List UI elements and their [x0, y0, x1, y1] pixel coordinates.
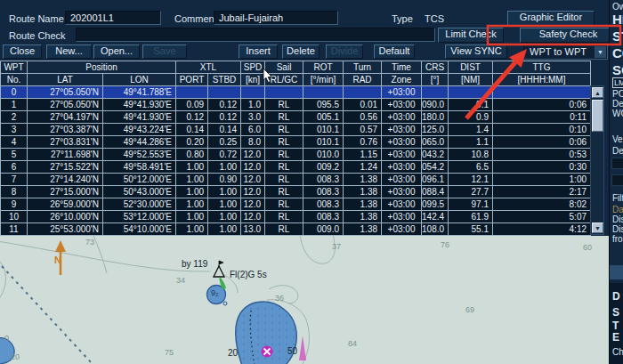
wpt-cell[interactable]: 3: [1, 124, 28, 136]
wpt-cell[interactable]: 13.0: [241, 223, 265, 236]
wpt-cell[interactable]: 096.1: [422, 174, 449, 186]
wpt-cell[interactable]: RL: [265, 223, 303, 236]
view-sync-button[interactable]: View SYNC: [445, 44, 507, 59]
wpt-cell[interactable]: 0: [1, 86, 28, 99]
table-row[interactable]: 227°04.197'N49°41.930'E0.120.123.0RL005.…: [1, 111, 591, 124]
wpt-cell[interactable]: 2: [1, 111, 28, 124]
wpt-cell[interactable]: 6: [1, 161, 28, 174]
wpt-cell[interactable]: RL: [265, 161, 303, 174]
wpt-cell[interactable]: 180.0: [422, 111, 449, 124]
wpt-cell[interactable]: [344, 86, 382, 99]
wpt-cell[interactable]: RL: [265, 211, 303, 223]
wpt-cell[interactable]: RL: [265, 124, 303, 136]
wpt-cell[interactable]: 010.1: [303, 124, 344, 136]
wpt-cell[interactable]: 142.4: [422, 211, 449, 223]
wpt-cell[interactable]: 53°12.000'E: [103, 211, 176, 223]
wpt-cell[interactable]: +03:00: [382, 198, 422, 211]
wpt-cell[interactable]: 12.0: [241, 211, 265, 223]
table-row[interactable]: 327°03.387'N49°43.224'E0.140.146.0RL010.…: [1, 124, 591, 136]
wpt-cell[interactable]: 005.1: [303, 111, 344, 124]
wpt-cell[interactable]: 009.0: [303, 223, 344, 236]
wpt-cell[interactable]: 97.1: [449, 198, 493, 211]
wpt-cell[interactable]: 52°30.000'E: [103, 198, 176, 211]
comment-input[interactable]: Jubail-Fujairah: [214, 11, 338, 25]
wpt-cell[interactable]: 1.15: [344, 149, 382, 161]
table-row[interactable]: 527°11.698'N49°52.553'E0.800.7212.0RL010…: [1, 149, 591, 161]
wpt-cell[interactable]: 12.0: [241, 186, 265, 198]
wpt-mode-dropdown[interactable]: WPT to WPT ▼: [523, 44, 608, 60]
wpt-cell[interactable]: 55.1: [449, 223, 493, 236]
limit-check-button[interactable]: Limit Check: [438, 28, 504, 43]
wpt-cell[interactable]: 27°03.831'N: [28, 136, 103, 149]
wpt-cell[interactable]: 5:07: [493, 211, 591, 223]
table-row[interactable]: 727°14.240'N50°12.000'E1.000.9012.0RL008…: [1, 174, 591, 186]
wpt-cell[interactable]: 0.90: [208, 174, 241, 186]
wpt-cell[interactable]: 010.0: [303, 149, 344, 161]
wpt-cell[interactable]: 4: [1, 136, 28, 149]
wpt-cell[interactable]: 1.00: [208, 223, 241, 236]
wpt-cell[interactable]: +03:00: [382, 99, 422, 111]
scrollbar-thumb[interactable]: [592, 100, 603, 132]
wpt-cell[interactable]: 26°10.000'N: [28, 211, 103, 223]
wpt-cell[interactable]: RL: [265, 99, 303, 111]
wpt-cell[interactable]: 9: [1, 198, 28, 211]
wpt-cell[interactable]: 1.38: [344, 186, 382, 198]
wpt-cell[interactable]: [265, 86, 303, 99]
wpt-cell[interactable]: 0.9: [449, 111, 493, 124]
wpt-cell[interactable]: 010.1: [303, 136, 344, 149]
wpt-cell[interactable]: +03:00: [382, 174, 422, 186]
wpt-cell[interactable]: 1.4: [449, 124, 493, 136]
wpt-cell[interactable]: [241, 86, 265, 99]
wpt-cell[interactable]: 088.4: [422, 186, 449, 198]
wpt-cell[interactable]: RL: [265, 174, 303, 186]
wpt-cell[interactable]: 1.38: [344, 211, 382, 223]
wpt-cell[interactable]: 10.8: [449, 149, 493, 161]
wpt-cell[interactable]: 10: [1, 211, 28, 223]
wpt-cell[interactable]: 27°04.197'N: [28, 111, 103, 124]
scroll-up-icon[interactable]: ▲: [592, 87, 603, 98]
wpt-cell[interactable]: 0.01: [344, 99, 382, 111]
wpt-cell[interactable]: 7: [1, 174, 28, 186]
wpt-cell[interactable]: RL: [265, 111, 303, 124]
wpt-cell[interactable]: +03:00: [382, 124, 422, 136]
table-row[interactable]: 627°15.522'N49°58.491'E1.001.0012.0RL009…: [1, 161, 591, 174]
wpt-cell[interactable]: 12.0: [241, 161, 265, 174]
wpt-cell[interactable]: 50°12.000'E: [103, 174, 176, 186]
wpt-cell[interactable]: +03:00: [382, 111, 422, 124]
safety-check-button[interactable]: Safety Check: [520, 28, 617, 43]
wpt-cell[interactable]: 090.0: [422, 99, 449, 111]
wpt-cell[interactable]: 1.00: [208, 198, 241, 211]
wpt-cell[interactable]: 6.5: [449, 161, 493, 174]
table-row[interactable]: 1125°53.000'N54°10.000'E1.001.0013.0RL00…: [1, 223, 591, 236]
wpt-cell[interactable]: 54°10.000'E: [103, 223, 176, 236]
wpt-cell[interactable]: 1.1: [449, 136, 493, 149]
wpt-cell[interactable]: 1.38: [344, 223, 382, 236]
wpt-cell[interactable]: 6.0: [241, 124, 265, 136]
wpt-cell[interactable]: +03:00: [382, 161, 422, 174]
wpt-cell[interactable]: 1.00: [176, 198, 208, 211]
wpt-cell[interactable]: 49°58.491'E: [103, 161, 176, 174]
route-name-input[interactable]: 202001L1: [65, 11, 161, 25]
wpt-cell[interactable]: 065.0: [422, 136, 449, 149]
close-button[interactable]: Close: [3, 44, 42, 59]
wpt-cell[interactable]: 27°05.050'N: [28, 86, 103, 99]
wpt-cell[interactable]: +03:00: [382, 211, 422, 223]
wpt-cell[interactable]: 0:30: [493, 161, 591, 174]
wpt-cell[interactable]: 043.2: [422, 149, 449, 161]
wpt-cell[interactable]: 0.12: [208, 99, 241, 111]
table-row[interactable]: 127°05.050'N49°41.930'E0.090.121.0RL095.…: [1, 99, 591, 111]
wpt-cell[interactable]: 1.24: [344, 161, 382, 174]
wpt-cell[interactable]: 1.00: [176, 211, 208, 223]
chart-map[interactable]: N 733734by 119Fl(2)G 5s9₂367584766069205…: [0, 236, 609, 364]
wpt-cell[interactable]: 8:02: [493, 198, 591, 211]
wpt-cell[interactable]: 095.5: [303, 99, 344, 111]
wpt-cell[interactable]: 0.14: [176, 124, 208, 136]
wpt-cell[interactable]: 0.12: [176, 111, 208, 124]
wpt-cell[interactable]: 27.7: [449, 186, 493, 198]
wpt-cell[interactable]: 1.00: [176, 223, 208, 236]
insert-button[interactable]: Insert: [239, 44, 278, 59]
wpt-cell[interactable]: 4:12: [493, 223, 591, 236]
wpt-cell[interactable]: +03:00: [382, 186, 422, 198]
wpt-cell[interactable]: 12.0: [241, 198, 265, 211]
wpt-cell[interactable]: [176, 86, 208, 99]
